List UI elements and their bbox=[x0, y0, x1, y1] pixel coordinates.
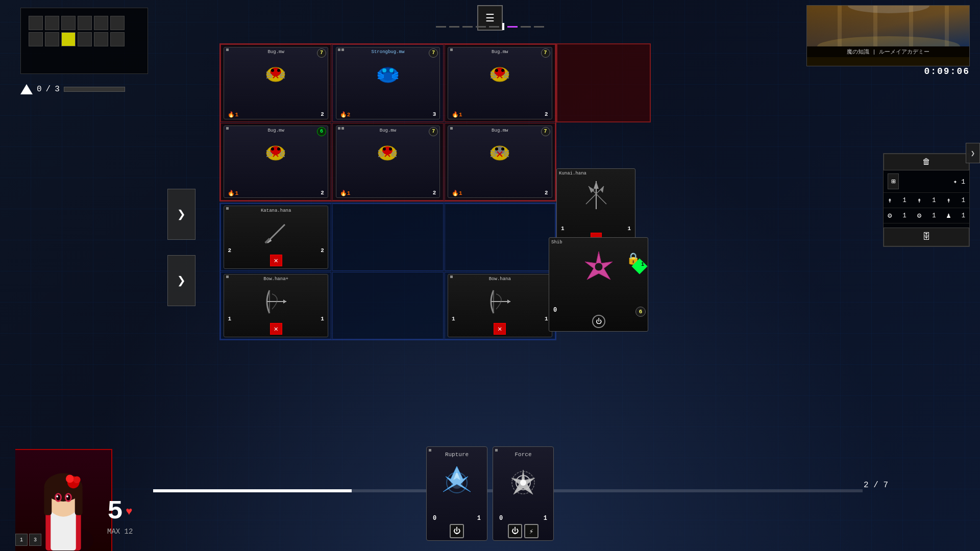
game-timer: 0:09:06 bbox=[924, 66, 970, 77]
card-art-4 bbox=[261, 139, 291, 167]
enemy-cell-4: 6 Bug.mw 🔥1 bbox=[220, 123, 331, 201]
enemy-cell-1: 7 Bug.mw bbox=[220, 44, 331, 122]
pixel-cell-11 bbox=[94, 32, 108, 46]
prog-dash-1 bbox=[436, 26, 446, 28]
rupture-stats: 0 1 bbox=[429, 515, 485, 522]
svg-point-11 bbox=[277, 69, 280, 72]
bow-plus-card[interactable]: Bow.hana+ 1 1 ✕ bbox=[224, 274, 328, 337]
card-stats-6: 🔥1 2 bbox=[449, 190, 551, 196]
hp-counter: 0 bbox=[37, 85, 42, 94]
bow-card[interactable]: Bow.hana 1 1 ✕ bbox=[448, 274, 552, 337]
bow-plus-x-btn[interactable]: ✕ bbox=[270, 323, 282, 335]
char-hp-display: 5 ♥ bbox=[107, 498, 133, 525]
force-stats: 0 1 bbox=[495, 515, 551, 522]
svg-marker-89 bbox=[594, 181, 599, 189]
panel-row-2: ↟ 1 ↟ 1 ↟ 1 bbox=[884, 193, 969, 208]
force-power-btn[interactable]: ⏻ bbox=[508, 524, 522, 538]
bow-x-btn[interactable]: ✕ bbox=[494, 323, 506, 335]
enemy-cell-5: 7 Bug.mw 🔥1 bbox=[332, 123, 443, 201]
card-dot-b2 bbox=[450, 276, 453, 278]
rupture-buttons: ⏻ bbox=[450, 524, 464, 538]
svg-point-22 bbox=[382, 68, 386, 72]
katana-x-btn[interactable]: ✕ bbox=[270, 255, 282, 266]
top-left-panel bbox=[20, 8, 148, 74]
enemy-card-4[interactable]: 6 Bug.mw 🔥1 bbox=[224, 126, 328, 198]
hp-separator: / bbox=[46, 85, 51, 94]
enemy-card-5[interactable]: 7 Bug.mw 🔥1 bbox=[336, 126, 440, 198]
rupture-dot bbox=[429, 449, 431, 452]
count-a1: 1 bbox=[902, 197, 906, 204]
expand-button[interactable]: ❯ bbox=[966, 143, 980, 163]
svg-point-10 bbox=[271, 69, 274, 72]
force-dot bbox=[495, 449, 498, 452]
svg-point-119 bbox=[66, 495, 68, 497]
storage-button[interactable]: 🗄 bbox=[884, 228, 969, 246]
svg-marker-87 bbox=[507, 299, 510, 304]
hp-max: 3 bbox=[55, 85, 60, 94]
svg-rect-3 bbox=[873, 6, 877, 46]
pixel-cell-4 bbox=[78, 16, 92, 30]
katana-card[interactable]: Katana.hana 2 2 ✕ bbox=[224, 206, 328, 269]
count-g1: 1 bbox=[902, 212, 906, 219]
kunal-art bbox=[578, 179, 614, 217]
force-lightning-btn[interactable]: ⚡ bbox=[524, 524, 538, 538]
progress-bar-fill bbox=[153, 489, 352, 492]
gear-icon-1: ⚙ bbox=[888, 211, 892, 220]
layers-icon[interactable]: ⊞ bbox=[888, 173, 899, 189]
svg-point-57 bbox=[383, 147, 386, 151]
pixel-cell-2 bbox=[45, 16, 59, 30]
katana-art bbox=[261, 219, 291, 247]
prog-dash-3 bbox=[462, 26, 473, 28]
count-a2: 1 bbox=[932, 197, 936, 204]
shib-card[interactable]: Shib 🔒 1 0 1 6 ⏻ bbox=[549, 237, 648, 332]
kunal-card[interactable]: Kunai.hana 1 1 ✕ bbox=[556, 168, 635, 247]
bow-art bbox=[484, 288, 515, 316]
shib-art bbox=[581, 249, 617, 290]
svg-marker-93 bbox=[600, 186, 604, 193]
count-p1: 1 bbox=[962, 212, 965, 219]
bow-plus-art bbox=[261, 288, 291, 316]
svg-point-33 bbox=[495, 69, 498, 72]
force-buttons: ⏻ ⚡ bbox=[508, 524, 538, 538]
card-badge-1: 7 bbox=[317, 48, 326, 58]
svg-point-99 bbox=[451, 477, 463, 489]
pixel-cell-8 bbox=[45, 32, 59, 46]
card-badge-4: 6 bbox=[317, 127, 326, 136]
char-heart-icon: ♥ bbox=[126, 506, 132, 518]
rupture-card[interactable]: Rupture 0 1 ⏻ bbox=[426, 446, 487, 541]
rupture-power-btn[interactable]: ⏻ bbox=[450, 524, 464, 538]
card-art-3 bbox=[484, 61, 515, 89]
svg-point-113 bbox=[74, 476, 81, 483]
enemy-card-6[interactable]: 7 Bug.mw 🔥1 bbox=[448, 126, 552, 198]
minimap-label: 魔の知識 | ルーメイアカデミー bbox=[807, 46, 969, 57]
gear-icon-2: ⚙ bbox=[917, 211, 921, 220]
person-icon: ♟ bbox=[946, 211, 950, 220]
svg-rect-109 bbox=[44, 487, 52, 515]
force-card[interactable]: Force 0 1 ⏻ ⚡ bbox=[493, 446, 554, 541]
shib-stats: 0 1 bbox=[551, 307, 646, 314]
card-badge-3: 7 bbox=[541, 48, 550, 58]
enemy-card-1[interactable]: 7 Bug.mw bbox=[224, 47, 328, 120]
card-name-6: Bug.mw bbox=[449, 127, 551, 133]
enemy-card-2[interactable]: 7 Strongbug.mw bbox=[336, 47, 440, 120]
arrow-btn-1[interactable]: ❯ bbox=[167, 189, 195, 240]
arrow-btn-2[interactable]: ❯ bbox=[167, 255, 195, 306]
enemy-cell-2: 7 Strongbug.mw bbox=[332, 44, 443, 122]
card-dot-3 bbox=[450, 48, 453, 51]
panel-row-3: ⚙ 1 ⚙ 1 ♟ 1 bbox=[884, 208, 969, 223]
pixel-cell-5 bbox=[94, 16, 108, 30]
weapon-slot-1: 1 bbox=[15, 534, 28, 546]
trash-button[interactable]: 🗑 bbox=[884, 154, 969, 170]
card-dot-6 bbox=[450, 127, 453, 130]
shib-power-btn[interactable]: ⏻ bbox=[592, 315, 605, 328]
card-badge-5: 7 bbox=[429, 127, 438, 136]
bow-plus-name: Bow.hana+ bbox=[225, 276, 327, 282]
card-dot-b1 bbox=[226, 276, 229, 278]
player-cell-3 bbox=[445, 204, 555, 271]
pixel-cell-6 bbox=[110, 16, 125, 30]
enemy-card-3[interactable]: 7 Bug.mw 🔥1 bbox=[448, 47, 552, 120]
pixel-grid bbox=[21, 8, 148, 54]
bow-stats: 1 1 bbox=[449, 316, 551, 322]
hp-bar-container bbox=[64, 87, 125, 92]
card-badge-6: 7 bbox=[541, 127, 550, 136]
